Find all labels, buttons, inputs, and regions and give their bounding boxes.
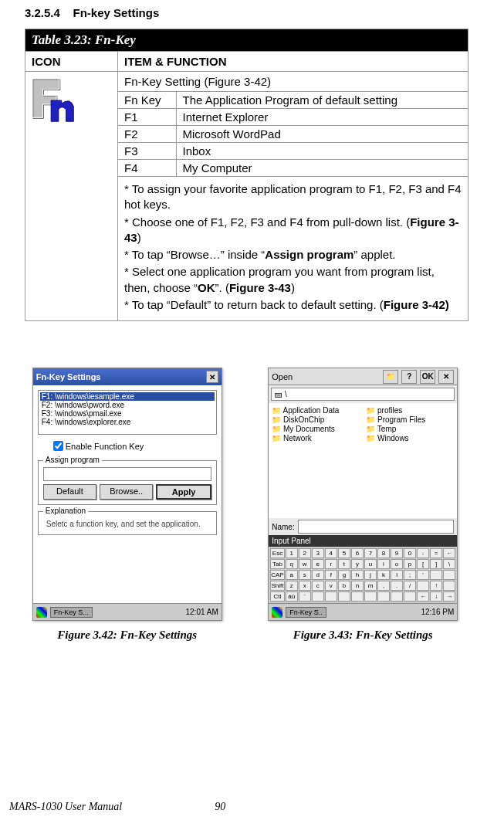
key[interactable]: n — [351, 581, 364, 591]
start-icon[interactable] — [272, 607, 282, 618]
file-item[interactable]: Windows — [366, 434, 454, 442]
key[interactable] — [351, 591, 364, 602]
key[interactable]: g — [338, 570, 350, 580]
key[interactable]: y — [351, 559, 364, 569]
key[interactable]: 4 — [325, 548, 337, 558]
key[interactable]: 2 — [299, 548, 311, 558]
list-item[interactable]: F1: \windows\iesample.exe — [40, 392, 215, 401]
key[interactable] — [404, 591, 416, 602]
file-item[interactable]: My Documents — [272, 425, 360, 433]
key[interactable]: / — [404, 581, 416, 591]
key[interactable] — [312, 591, 324, 602]
name-input[interactable] — [298, 520, 455, 534]
key[interactable]: r — [325, 559, 337, 569]
key[interactable]: ' — [417, 570, 429, 580]
list-item[interactable]: F2: \windows\pword.exe — [40, 401, 215, 409]
enable-check[interactable]: Enable Function Key — [53, 441, 217, 451]
key[interactable]: Ctl — [270, 591, 284, 602]
key[interactable]: ↓ — [430, 591, 442, 602]
key[interactable] — [377, 591, 390, 602]
start-icon[interactable] — [36, 607, 47, 618]
key[interactable]: w — [299, 559, 311, 569]
key[interactable]: u — [364, 559, 377, 569]
key[interactable]: ] — [430, 559, 442, 569]
close-button[interactable]: ✕ — [206, 371, 218, 383]
key[interactable]: d — [312, 570, 324, 580]
key[interactable] — [430, 570, 442, 580]
key[interactable]: c — [312, 581, 324, 591]
key[interactable]: ← — [443, 548, 455, 558]
key[interactable]: ` — [299, 591, 311, 602]
key[interactable]: ↑ — [430, 581, 442, 591]
taskbar-app[interactable]: Fn-Key S.. — [286, 607, 326, 618]
keyboard[interactable]: Esc1234567890-=←Tabqwertyuiop[]\CAPasdfg… — [269, 547, 457, 603]
file-list[interactable]: Application Data profiles DiskOnChip Pro… — [269, 403, 457, 518]
key[interactable]: x — [299, 581, 311, 591]
key[interactable]: 8 — [377, 548, 390, 558]
key[interactable]: t — [338, 559, 350, 569]
key[interactable]: b — [338, 581, 350, 591]
key[interactable]: s — [299, 570, 311, 580]
key[interactable]: m — [364, 581, 377, 591]
key[interactable]: Shift — [270, 581, 284, 591]
key[interactable] — [325, 591, 337, 602]
key[interactable]: 0 — [404, 548, 416, 558]
key[interactable]: CAP — [270, 570, 284, 580]
key[interactable]: p — [404, 559, 416, 569]
key[interactable] — [417, 581, 429, 591]
key[interactable] — [364, 591, 377, 602]
file-item[interactable]: Temp — [366, 425, 454, 433]
key[interactable]: f — [325, 570, 337, 580]
key[interactable]: e — [312, 559, 324, 569]
browse-button[interactable]: Browse.. — [100, 484, 153, 500]
key[interactable]: l — [391, 570, 403, 580]
key[interactable]: áü — [286, 591, 298, 602]
path-field[interactable]: 🖴 \ — [271, 388, 455, 401]
list-item[interactable]: F4: \windows\explorer.exe — [40, 418, 215, 426]
key[interactable]: 6 — [351, 548, 364, 558]
key[interactable]: h — [351, 570, 364, 580]
enable-checkbox[interactable] — [53, 441, 63, 451]
file-item[interactable]: profiles — [366, 406, 454, 415]
key[interactable]: , — [377, 581, 390, 591]
taskbar-app[interactable]: Fn-Key S... — [50, 607, 93, 618]
key[interactable]: - — [417, 548, 429, 558]
key[interactable]: [ — [417, 559, 429, 569]
apply-button[interactable]: Apply — [156, 484, 211, 500]
ok-button[interactable]: OK — [420, 370, 435, 384]
key[interactable]: 7 — [364, 548, 377, 558]
file-item[interactable]: Network — [272, 434, 360, 442]
close-button[interactable]: ✕ — [438, 370, 454, 384]
file-item[interactable]: Application Data — [272, 406, 360, 415]
help-button[interactable]: ? — [401, 370, 417, 384]
folder-button[interactable]: 📁 — [383, 370, 398, 384]
key[interactable]: 1 — [286, 548, 298, 558]
key[interactable]: z — [286, 581, 298, 591]
list-item[interactable]: F3: \windows\pmail.exe — [40, 409, 215, 418]
file-item[interactable]: Program Files — [366, 415, 454, 424]
key[interactable] — [443, 581, 455, 591]
key[interactable]: Tab — [270, 559, 284, 569]
key[interactable]: 3 — [312, 548, 324, 558]
key[interactable]: = — [430, 548, 442, 558]
key[interactable]: j — [364, 570, 377, 580]
key[interactable]: 5 — [338, 548, 350, 558]
key[interactable]: o — [391, 559, 403, 569]
fkey-list[interactable]: F1: \windows\iesample.exe F2: \windows\p… — [38, 390, 217, 435]
key[interactable]: → — [443, 591, 455, 602]
key[interactable] — [391, 591, 403, 602]
key[interactable]: 9 — [391, 548, 403, 558]
key[interactable] — [338, 591, 350, 602]
key[interactable]: ; — [404, 570, 416, 580]
key[interactable]: q — [286, 559, 298, 569]
file-item[interactable]: DiskOnChip — [272, 415, 360, 424]
key[interactable]: \ — [443, 559, 455, 569]
key[interactable]: . — [391, 581, 403, 591]
key[interactable]: k — [377, 570, 390, 580]
key[interactable]: v — [325, 581, 337, 591]
key[interactable]: ← — [417, 591, 429, 602]
key[interactable]: Esc — [270, 548, 284, 558]
key[interactable]: a — [286, 570, 298, 580]
default-button[interactable]: Default — [43, 484, 96, 500]
key[interactable]: i — [377, 559, 390, 569]
